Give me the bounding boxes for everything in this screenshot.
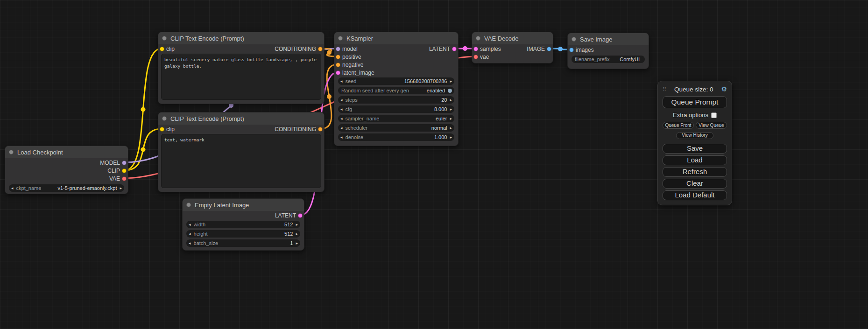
collapse-dot-icon[interactable] xyxy=(338,36,343,41)
negative-input-dot[interactable] xyxy=(336,63,340,67)
widget-value: 8.000 xyxy=(434,106,447,112)
conditioning-output-dot[interactable] xyxy=(318,47,323,51)
cfg-widget[interactable]: ◂ cfg 8.000 ▸ xyxy=(338,105,454,113)
height-widget[interactable]: ◂ height 512 ▸ xyxy=(186,230,300,238)
collapse-dot-icon[interactable] xyxy=(572,37,576,42)
graph-canvas[interactable]: Load Checkpoint MODEL CLIP VAE ◂ ckpt_na… xyxy=(0,0,868,329)
denoise-widget[interactable]: ◂ denoise 1.000 ▸ xyxy=(338,133,454,141)
increment-icon[interactable]: ▸ xyxy=(450,107,452,112)
images-input-dot[interactable] xyxy=(569,48,574,52)
slot-label: positive xyxy=(342,54,361,60)
collapse-dot-icon[interactable] xyxy=(162,116,167,121)
node-title: Save Image xyxy=(580,36,612,43)
vae-input-dot[interactable] xyxy=(473,55,478,59)
load-button[interactable]: Load xyxy=(663,155,727,165)
collapse-dot-icon[interactable] xyxy=(9,150,14,154)
width-widget[interactable]: ◂ width 512 ▸ xyxy=(186,221,300,228)
positive-input-dot[interactable] xyxy=(336,55,340,59)
clear-button[interactable]: Clear xyxy=(663,179,727,189)
node-title-bar[interactable]: KSampler xyxy=(334,32,458,44)
input-slot-images: images xyxy=(568,46,649,54)
slot-label: LATENT xyxy=(429,46,450,52)
sampler-name-widget[interactable]: ◂ sampler_name euler ▸ xyxy=(338,115,454,122)
slot-label: VAE xyxy=(109,175,120,182)
positive-prompt-textarea[interactable]: beautiful scenery nature glass bottle la… xyxy=(161,54,321,100)
decrement-icon[interactable]: ◂ xyxy=(189,241,191,245)
save-button[interactable]: Save xyxy=(663,144,727,154)
random-seed-toggle-widget[interactable]: Random seed after every gen enabled xyxy=(338,87,454,94)
scheduler-widget[interactable]: ◂ scheduler normal ▸ xyxy=(338,124,454,132)
filename-prefix-widget[interactable]: filename_prefix ComfyUI xyxy=(572,56,645,63)
node-clip-text-encode-positive[interactable]: CLIP Text Encode (Prompt) clip CONDITION… xyxy=(158,32,325,104)
link-midpoint-dot xyxy=(327,94,332,99)
node-title-bar[interactable]: VAE Decode xyxy=(472,32,553,44)
output-slot-conditioning: CONDITIONING xyxy=(158,45,324,53)
node-title-bar[interactable]: Empty Latent Image xyxy=(183,199,304,211)
clip-output-dot[interactable] xyxy=(122,168,127,173)
decrement-icon[interactable]: ◂ xyxy=(189,231,191,236)
latent-output-dot[interactable] xyxy=(298,213,303,218)
collapse-dot-icon[interactable] xyxy=(476,36,480,41)
increment-icon[interactable]: ▸ xyxy=(450,126,452,130)
node-title-bar[interactable]: Save Image xyxy=(568,33,649,45)
widget-label: scheduler xyxy=(346,125,368,131)
node-load-checkpoint[interactable]: Load Checkpoint MODEL CLIP VAE ◂ ckpt_na… xyxy=(5,146,128,194)
increment-icon[interactable]: ▸ xyxy=(450,98,452,102)
increment-icon[interactable]: ▸ xyxy=(296,241,298,245)
drag-handle-icon[interactable]: ⠿ xyxy=(663,86,666,92)
increment-icon[interactable]: ▸ xyxy=(120,186,122,190)
latent-image-input-dot[interactable] xyxy=(336,70,340,75)
increment-icon[interactable]: ▸ xyxy=(450,135,452,140)
widget-value: 1.000 xyxy=(434,134,447,140)
queue-prompt-button[interactable]: Queue Prompt xyxy=(663,96,727,108)
seed-widget[interactable]: ◂ seed 156680208700286 ▸ xyxy=(338,77,454,85)
decrement-icon[interactable]: ◂ xyxy=(189,222,191,227)
slot-label: CONDITIONING xyxy=(275,46,316,52)
increment-icon[interactable]: ▸ xyxy=(296,222,298,227)
node-vae-decode[interactable]: VAE Decode samples IMAGE vae xyxy=(472,32,553,63)
batch-size-widget[interactable]: ◂ batch_size 1 ▸ xyxy=(186,239,300,247)
decrement-icon[interactable]: ◂ xyxy=(340,126,343,130)
increment-icon[interactable]: ▸ xyxy=(450,79,452,84)
negative-prompt-textarea[interactable]: text, watermark xyxy=(161,134,321,188)
decrement-icon[interactable]: ◂ xyxy=(340,98,343,102)
node-title-bar[interactable]: Load Checkpoint xyxy=(5,146,128,158)
decrement-icon[interactable]: ◂ xyxy=(340,116,343,121)
increment-icon[interactable]: ▸ xyxy=(296,231,298,236)
collapse-dot-icon[interactable] xyxy=(186,203,191,207)
node-clip-text-encode-negative[interactable]: CLIP Text Encode (Prompt) clip CONDITION… xyxy=(158,112,325,192)
comfy-menu-panel[interactable]: ⠿ Queue size: 0 ⚙ Queue Prompt Extra opt… xyxy=(657,81,732,205)
increment-icon[interactable]: ▸ xyxy=(450,116,452,121)
load-default-button[interactable]: Load Default xyxy=(663,190,727,200)
conditioning-output-dot[interactable] xyxy=(318,127,323,132)
node-ksampler[interactable]: KSampler model LATENT positive negative … xyxy=(334,32,459,146)
ckpt-name-widget[interactable]: ◂ ckpt_name v1-5-pruned-emaonly.ckpt ▸ xyxy=(9,184,124,192)
settings-gear-icon[interactable]: ⚙ xyxy=(721,85,727,93)
vae-output-dot[interactable] xyxy=(122,176,127,181)
node-save-image[interactable]: Save Image images filename_prefix ComfyU… xyxy=(567,33,649,69)
node-title-bar[interactable]: CLIP Text Encode (Prompt) xyxy=(158,112,324,125)
widget-value: normal xyxy=(431,125,447,131)
steps-widget[interactable]: ◂ steps 20 ▸ xyxy=(338,96,454,104)
queue-front-button[interactable]: Queue Front xyxy=(663,122,694,129)
decrement-icon[interactable]: ◂ xyxy=(11,186,14,190)
widget-label: width xyxy=(194,222,206,227)
extra-options-checkbox[interactable] xyxy=(711,112,717,118)
toggle-indicator-icon[interactable] xyxy=(448,89,452,93)
node-empty-latent-image[interactable]: Empty Latent Image LATENT ◂ width 512 ▸ … xyxy=(182,198,304,251)
decrement-icon[interactable]: ◂ xyxy=(340,107,343,112)
decrement-icon[interactable]: ◂ xyxy=(340,135,343,140)
view-history-button[interactable]: View History xyxy=(676,132,713,139)
widget-value: 20 xyxy=(441,97,447,103)
view-queue-button[interactable]: View Queue xyxy=(696,122,727,129)
refresh-button[interactable]: Refresh xyxy=(663,167,727,177)
latent-output-dot[interactable] xyxy=(452,47,457,51)
model-output-dot[interactable] xyxy=(122,161,127,165)
slot-label: LATENT xyxy=(275,212,296,219)
widget-label: Random seed after every gen xyxy=(341,88,409,93)
decrement-icon[interactable]: ◂ xyxy=(340,79,343,84)
node-title-bar[interactable]: CLIP Text Encode (Prompt) xyxy=(158,32,324,44)
input-slot-vae: vae xyxy=(472,53,553,61)
image-output-dot[interactable] xyxy=(547,47,551,51)
collapse-dot-icon[interactable] xyxy=(162,36,167,41)
